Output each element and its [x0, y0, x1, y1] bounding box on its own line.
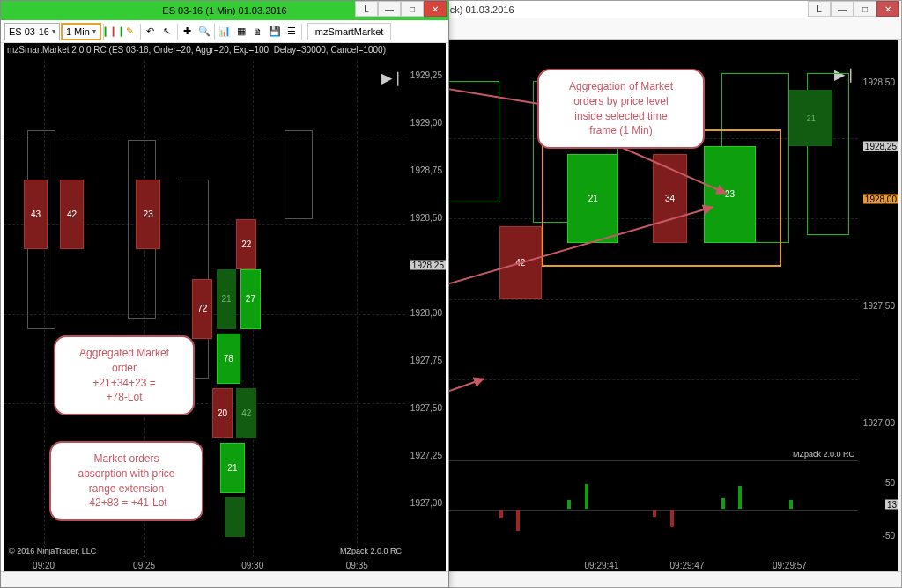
- maximize-button[interactable]: □: [854, 1, 876, 17]
- chart-icon[interactable]: 📊: [217, 24, 233, 40]
- left-window-titlebar[interactable]: ES 03-16 (1 Min) 01.03.2016 L — □ ✕: [1, 1, 448, 20]
- sell-bar: 42: [60, 180, 84, 249]
- annotation-78lot: Aggregated Market order +21+34+23 = +78-…: [54, 335, 195, 415]
- current-price: 1928,25: [863, 141, 898, 151]
- sell-bar: 72: [192, 279, 212, 339]
- buy-bar: 21: [217, 269, 237, 329]
- copyright[interactable]: © 2016 NinjaTrader, LLC: [9, 547, 96, 555]
- sell-bar: 22: [236, 219, 256, 268]
- sell-bar: 43: [24, 180, 48, 249]
- data-icon[interactable]: ▦: [233, 24, 249, 40]
- sell-bar: 23: [136, 180, 159, 249]
- left-y-axis: 1929,25 1929,00 1928,75 1928,50 1928,25 …: [405, 43, 446, 571]
- cursor-icon[interactable]: ↖: [159, 24, 175, 40]
- right-footer: MZpack 2.0.0 RC: [793, 450, 854, 459]
- maximize-button[interactable]: □: [401, 1, 424, 17]
- left-toolbar: ES 03-16▾ 1 Min▾ ❙❙❙ ✎ ↶ ↖ ✚ 🔍 📊 ▦ 🗎 💾 ☰…: [1, 20, 448, 43]
- l-button[interactable]: L: [355, 1, 378, 17]
- indicator-label[interactable]: mzSmartMarket: [307, 23, 392, 40]
- sell-bar: 20: [212, 388, 233, 437]
- props-icon[interactable]: ☰: [284, 24, 299, 40]
- left-x-axis: 09:20 09:25 09:30 09:35: [4, 557, 405, 571]
- chevron-down-icon: ▾: [52, 27, 55, 35]
- current-price: 1928,25: [410, 261, 446, 270]
- candles-icon[interactable]: ❙❙❙: [106, 24, 122, 40]
- interval-selector[interactable]: 1 Min▾: [61, 23, 101, 40]
- minimize-button[interactable]: —: [831, 1, 854, 17]
- sell-bar: 42: [499, 226, 543, 298]
- buy-bar-78: 78: [217, 334, 240, 383]
- save-icon[interactable]: 💾: [267, 24, 283, 40]
- left-chart-header: mzSmartMarket 2.0.0 RC (ES 03-16, Order=…: [7, 45, 386, 55]
- instrument-selector[interactable]: ES 03-16▾: [4, 23, 60, 40]
- minimize-button[interactable]: —: [378, 1, 401, 17]
- left-statusbar: [1, 571, 448, 587]
- undo-icon[interactable]: ↶: [143, 24, 159, 40]
- annotation-aggregation: Aggregation of Market orders by price le…: [537, 69, 705, 149]
- buy-bar: 27: [240, 269, 261, 329]
- buy-bar: 21: [789, 90, 832, 146]
- left-window-title: ES 03-16 (1 Min) 01.03.2016: [162, 5, 286, 16]
- close-button[interactable]: ✕: [424, 1, 447, 17]
- annotation-41lot: Market orders absorption with price rang…: [49, 441, 203, 521]
- crosshair-icon[interactable]: ✚: [180, 24, 196, 40]
- l-button[interactable]: L: [808, 1, 831, 17]
- delta-y-axis: 50 13 -50: [858, 460, 898, 557]
- candle-outline: [285, 130, 313, 220]
- left-footer: MZpack 2.0.0 RC: [340, 547, 402, 555]
- close-button[interactable]: ✕: [876, 1, 899, 17]
- buy-bar-tail: [225, 497, 245, 537]
- buy-bar: 42: [236, 388, 256, 437]
- pencil-icon[interactable]: ✎: [122, 24, 138, 40]
- doc-icon[interactable]: 🗎: [250, 24, 266, 40]
- buy-bar-21: 21: [220, 443, 244, 492]
- zoom-icon[interactable]: 🔍: [196, 24, 212, 40]
- left-window: ES 03-16 (1 Min) 01.03.2016 L — □ ✕ ES 0…: [0, 0, 449, 588]
- highlight-box: [542, 129, 781, 267]
- chevron-down-icon: ▾: [92, 27, 96, 35]
